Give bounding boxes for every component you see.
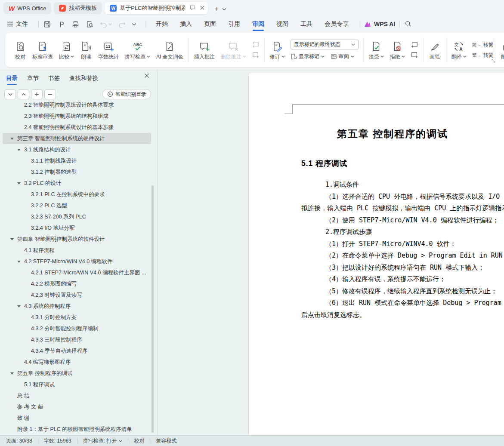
word-count-status[interactable]: 字数: 15963 [38,437,77,445]
toc-item[interactable]: 2.2 智能照明控制系统设计的具体要求 [3,102,151,111]
toc-item[interactable]: 4.1 程序流程 [3,245,151,256]
expand-all-button[interactable] [4,89,16,99]
toc-item[interactable]: 第四章 智能照明控制系统的软件设计 [3,234,151,245]
ai-polish-button[interactable]: AI 全文润色 [153,39,186,61]
sidebar-tab[interactable]: 章节 [27,72,39,85]
review-pane-button[interactable]: 审阅 [331,53,354,60]
track-changes-button[interactable]: 修订 [267,39,288,61]
spellcheck-status[interactable]: 拼写检查: 打开 [77,437,128,445]
toc-item[interactable]: 3.2.4 I/O 地址分配 [3,222,151,234]
menu-item[interactable]: 工具 [294,16,318,32]
toc-item[interactable]: 4.2.3 时钟设置及读写 [3,289,151,301]
close-sidebar-icon[interactable] [144,73,149,80]
menu-item[interactable]: 开始 [150,16,174,32]
collapse-caret-icon[interactable] [17,305,24,308]
restrict-edit-button[interactable]: 限 [498,39,504,61]
toc-item[interactable]: 4.3.4 季节自动选择程序 [3,345,151,357]
toc-item[interactable]: 第三章 智能照明控制系统的硬件设计 [3,133,151,144]
undo-chevron-icon[interactable] [108,23,112,25]
menu-item[interactable]: 视图 [270,16,294,32]
markup-state-dropdown[interactable]: 显示标记的最终状态 [291,40,359,49]
smart-toc-button[interactable]: 智能识别目录 [102,89,151,99]
page-indicator[interactable]: 页面: 30/38 [6,437,38,445]
collapse-caret-icon[interactable] [17,261,24,263]
toc-item[interactable]: 3.2.1 PLC 在控制系统中的要求 [3,189,151,200]
toc-item[interactable]: 附录 1：基于 PLC 的校园智能照明系统程序清单 [3,424,151,434]
save-icon[interactable] [43,20,51,28]
traditional-to-simplified-button[interactable]: 繁→ 转简 [472,52,494,58]
toc-item[interactable]: 3.1.1 控制线路设计 [3,155,151,166]
next-comment-icon[interactable] [252,52,260,58]
print-icon[interactable] [71,20,80,28]
toc-item[interactable]: 3.2.3 S7-200 系列 PLC [3,211,151,222]
collapse-caret-icon[interactable] [10,238,17,240]
toc-item[interactable]: 4.3.3 三时段控制程序 [3,334,151,345]
sidebar-tab[interactable]: 目录 [6,72,18,85]
toc-item[interactable]: 参 考 文 献 [3,401,151,412]
toc-item[interactable]: 2.3 智能照明控制系统的结构和组成 [3,111,151,122]
wps-ai-button[interactable]: WPS AI [364,21,395,28]
sidebar-tab[interactable]: 查找和替换 [69,72,99,85]
zoom-in-button[interactable] [31,89,43,99]
previous-comment-icon[interactable] [252,41,260,48]
simplified-to-traditional-button[interactable]: 简→ 转繁 [472,41,494,48]
toc-item[interactable]: 3.2 PLC 的设计 [3,178,151,189]
previous-change-icon[interactable] [411,41,418,48]
show-markup-button[interactable]: 显示标记 [291,53,325,60]
document-page[interactable]: 第五章 控制程序的调试 5.1 程序调试 1.调试条件（1）选择合适的 CPU … [248,73,504,435]
tab-wps-home[interactable]: W WPS Office [3,2,51,14]
menu-item[interactable]: 引用 [222,16,246,32]
toc-item[interactable]: 致 谢 [3,412,151,424]
collapse-caret-icon[interactable] [17,182,24,185]
toc-item[interactable]: 4.2.1 STEP7-Micro/WIN V4.0 编程软件主界面 ... [3,267,151,278]
collapse-caret-icon[interactable] [17,149,24,151]
translate-button[interactable]: 文 A 翻译 [448,39,470,61]
customize-toolbar-chevron-icon[interactable] [132,23,136,26]
new-tab-button[interactable]: ＋ [213,5,220,12]
sidebar-tab[interactable]: 书签 [48,72,60,85]
tab-document-active[interactable]: W 基于PLC的智能照明控制系统 [105,2,208,14]
accept-button[interactable]: 接受 [366,39,387,61]
read-aloud-button[interactable]: 朗读 [77,39,95,61]
insert-comment-button[interactable]: 插入批注 [191,39,218,61]
toc-item[interactable]: 总 结 [3,390,151,401]
sidebar-scrollbar-thumb[interactable] [152,185,154,433]
file-menu[interactable]: 文件 [7,20,28,28]
toc-item[interactable]: 第五章 控制程序的调试 [3,368,151,379]
collapse-caret-icon[interactable] [10,138,17,140]
close-tab-icon[interactable] [200,5,204,11]
redo-icon[interactable] [118,21,126,28]
reject-button[interactable]: 拒绝 [387,39,408,61]
collapse-caret-icon[interactable] [10,372,17,375]
undo-icon[interactable] [100,21,112,28]
menu-item[interactable]: 插入 [174,16,198,32]
toc-item[interactable]: 4.2 STEP7-Micro/WIN V4.0 编程软件 [3,256,151,267]
delete-comment-button[interactable]: 删除批注 [218,39,249,61]
word-count-button[interactable]: 12 字数统计 [95,39,122,61]
next-change-icon[interactable] [411,52,418,58]
compare-button[interactable]: 比较 [56,39,77,61]
proofread-button[interactable]: 校对 [11,39,29,61]
dialog-launcher-icon[interactable] [492,57,495,65]
toc-item[interactable]: 4.3.1 分时控制方案 [3,312,151,323]
collapse-all-button[interactable] [18,89,29,99]
toc-item[interactable]: 2.4 智能照明控制系统设计的基本步骤 [3,122,151,133]
toc-item[interactable]: 3.1 线路结构的设计 [3,144,151,155]
search-icon[interactable] [404,20,412,29]
toc-item[interactable]: 4.3.2 分时智能控制程序编制 [3,323,151,334]
tab-docer-templates[interactable]: 找稻壳模板 [54,2,102,14]
toc-item[interactable]: 4.2.2 梯形图的编写 [3,278,151,289]
toc-item[interactable]: 4.4 编写梯形图程序 [3,357,151,368]
toc-item[interactable]: 3.1.2 控制器的选型 [3,166,151,178]
draw-pen-button[interactable]: 画笔 [426,39,444,61]
menu-item[interactable]: 页面 [198,16,222,32]
export-pdf-icon[interactable] [57,20,65,28]
proofread-status[interactable]: 校对 [128,437,150,445]
menu-item[interactable]: 会员专享 [318,16,355,32]
tab-list-chevron-icon[interactable] [222,5,226,12]
menu-item[interactable]: 审阅 [246,16,270,32]
toc-item[interactable]: 5.1 程序调试 [3,379,151,390]
toc-item[interactable]: 4.3 系统的控制程序 [3,301,151,312]
print-preview-icon[interactable] [86,20,94,28]
toc-item[interactable]: 3.2.2 PLC 选型 [3,200,151,211]
